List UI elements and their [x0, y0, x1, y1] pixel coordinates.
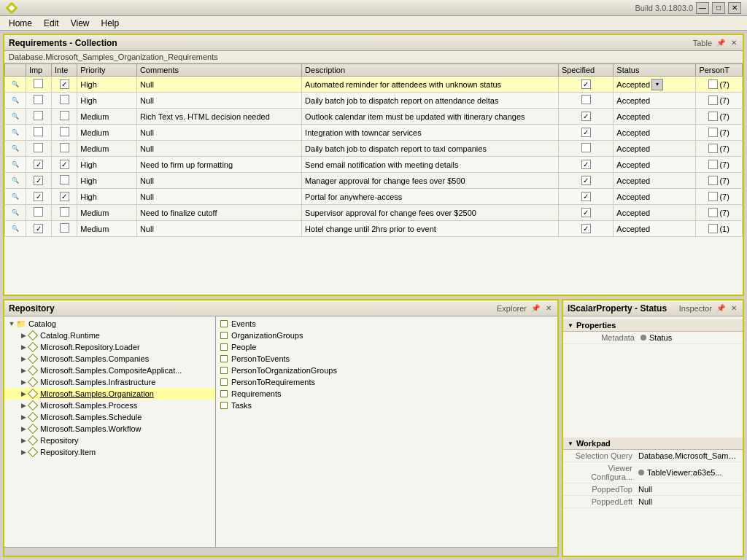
tree-expand-arrow[interactable]: ▶	[19, 343, 28, 351]
specified-cell[interactable]	[558, 77, 613, 93]
list-item-persontorequirements[interactable]: PersonToRequirements	[216, 376, 557, 388]
magnifier-icon[interactable]: 🔍	[10, 128, 20, 139]
magnifier-icon[interactable]: 🔍	[10, 144, 20, 155]
status-dropdown[interactable]: Accepted▾	[616, 79, 692, 90]
inte-cell[interactable]	[52, 189, 77, 205]
imp-cell[interactable]	[26, 141, 51, 157]
table-row[interactable]: 🔍HighNullDaily batch job to dispatch rep…	[5, 93, 743, 109]
imp-checkbox[interactable]	[34, 143, 43, 152]
inte-cell[interactable]	[52, 125, 77, 141]
tree-expand-arrow[interactable]: ▶	[19, 354, 28, 363]
horizontal-scrollbar[interactable]	[4, 547, 557, 556]
sidebar-item-microsoft-repository-loader[interactable]: ▶Microsoft.Repository.Loader	[4, 341, 215, 353]
table-row[interactable]: 🔍MediumNullHotel change until 2hrs prior…	[5, 221, 743, 237]
search-cell[interactable]: 🔍	[5, 189, 26, 205]
specified-cell[interactable]	[558, 157, 613, 173]
inte-checkbox[interactable]	[60, 127, 69, 136]
list-item-organizationgroups[interactable]: OrganizationGroups	[216, 330, 557, 341]
specified-cell[interactable]	[558, 93, 613, 109]
tree-expand-arrow[interactable]: ▶	[19, 448, 28, 456]
maximize-button[interactable]: □	[712, 2, 725, 14]
specified-checkbox[interactable]	[581, 208, 591, 217]
repository-pin-button[interactable]: 📌	[530, 304, 541, 312]
imp-cell[interactable]	[26, 125, 51, 141]
inspector-pin-button[interactable]: 📌	[715, 304, 727, 312]
menu-home[interactable]: Home	[3, 17, 38, 30]
imp-checkbox[interactable]	[34, 207, 43, 217]
sidebar-item-microsoft-samples-process[interactable]: ▶Microsoft.Samples.Process	[4, 400, 215, 411]
imp-cell[interactable]	[26, 93, 51, 109]
inte-checkbox[interactable]	[60, 160, 69, 169]
list-item-persontoorganizationgroups[interactable]: PersonToOrganizationGroups	[216, 365, 557, 376]
magnifier-icon[interactable]: 🔍	[10, 96, 20, 106]
imp-checkbox[interactable]	[34, 95, 43, 104]
search-cell[interactable]: 🔍	[5, 93, 26, 109]
dropdown-arrow-icon[interactable]: ▾	[651, 79, 663, 90]
close-button[interactable]: ✕	[728, 2, 741, 14]
inspector-close-button[interactable]: ✕	[729, 304, 738, 312]
inte-checkbox[interactable]	[60, 111, 69, 120]
search-cell[interactable]: 🔍	[5, 141, 26, 157]
inte-cell[interactable]	[52, 109, 77, 125]
inte-cell[interactable]	[52, 141, 77, 157]
menu-edit[interactable]: Edit	[38, 17, 65, 30]
specified-cell[interactable]	[558, 109, 613, 125]
imp-checkbox[interactable]	[34, 111, 43, 120]
specified-cell[interactable]	[558, 221, 613, 237]
magnifier-icon[interactable]: 🔍	[10, 225, 20, 235]
table-row[interactable]: 🔍MediumNeed to finalize cutoffSupervisor…	[5, 205, 743, 221]
sidebar-item-microsoft-samples-compositeapplicat---[interactable]: ▶Microsoft.Samples.CompositeApplicat...	[4, 365, 215, 376]
status-cell[interactable]: Accepted	[614, 109, 696, 125]
magnifier-icon[interactable]: 🔍	[10, 209, 20, 219]
tree-expand-arrow[interactable]: ▼	[7, 319, 16, 328]
specified-checkbox[interactable]	[581, 224, 591, 233]
imp-checkbox[interactable]	[34, 224, 43, 233]
minimize-button[interactable]: —	[696, 2, 709, 14]
inte-checkbox[interactable]	[60, 175, 69, 184]
sidebar-item-microsoft-samples-companies[interactable]: ▶Microsoft.Samples.Companies	[4, 353, 215, 365]
search-cell[interactable]: 🔍	[5, 173, 26, 189]
magnifier-icon[interactable]: 🔍	[10, 160, 20, 171]
tree-expand-arrow[interactable]: ▶	[19, 378, 28, 386]
inte-cell[interactable]	[52, 173, 77, 189]
menu-view[interactable]: View	[65, 17, 96, 30]
tree-expand-arrow[interactable]: ▶	[19, 389, 28, 398]
inte-checkbox[interactable]	[60, 223, 69, 233]
table-row[interactable]: 🔍HighNeed to firm up formattingSend emai…	[5, 157, 743, 173]
specified-checkbox[interactable]	[581, 79, 591, 89]
sidebar-item-microsoft-samples-infrastructure[interactable]: ▶Microsoft.Samples.Infrastructure	[4, 376, 215, 388]
list-item-events[interactable]: Events	[216, 318, 557, 330]
search-cell[interactable]: 🔍	[5, 77, 26, 93]
table-row[interactable]: 🔍HighNullAutomated reminder for attendee…	[5, 77, 743, 93]
status-cell[interactable]: Accepted	[614, 205, 696, 221]
menu-help[interactable]: Help	[96, 17, 125, 30]
imp-checkbox[interactable]	[34, 127, 43, 136]
specified-cell[interactable]	[558, 141, 613, 157]
imp-cell[interactable]	[26, 173, 51, 189]
specified-checkbox[interactable]	[581, 95, 591, 104]
tree-expand-arrow[interactable]: ▶	[19, 366, 28, 375]
inte-checkbox[interactable]	[60, 192, 69, 201]
list-item-tasks[interactable]: Tasks	[216, 400, 557, 411]
specified-cell[interactable]	[558, 189, 613, 205]
sidebar-item-repository-item[interactable]: ▶Repository.Item	[4, 446, 215, 458]
tree-expand-arrow[interactable]: ▶	[19, 424, 28, 433]
search-cell[interactable]: 🔍	[5, 221, 26, 237]
imp-checkbox[interactable]	[34, 160, 43, 169]
specified-checkbox[interactable]	[581, 112, 591, 121]
specified-cell[interactable]	[558, 173, 613, 189]
magnifier-icon[interactable]: 🔍	[10, 192, 20, 203]
inte-cell[interactable]	[52, 221, 77, 237]
specified-cell[interactable]	[558, 125, 613, 141]
status-cell[interactable]: Accepted	[614, 157, 696, 173]
search-cell[interactable]: 🔍	[5, 205, 26, 221]
specified-checkbox[interactable]	[581, 160, 591, 169]
specified-checkbox[interactable]	[581, 143, 591, 152]
tree-expand-arrow[interactable]: ▶	[19, 401, 28, 410]
specified-checkbox[interactable]	[581, 128, 591, 137]
imp-checkbox[interactable]	[34, 192, 43, 201]
status-cell[interactable]: Accepted▾	[614, 77, 696, 93]
table-row[interactable]: 🔍MediumRich Text vs. HTML decision neede…	[5, 109, 743, 125]
status-cell[interactable]: Accepted	[614, 141, 696, 157]
imp-cell[interactable]	[26, 77, 51, 93]
